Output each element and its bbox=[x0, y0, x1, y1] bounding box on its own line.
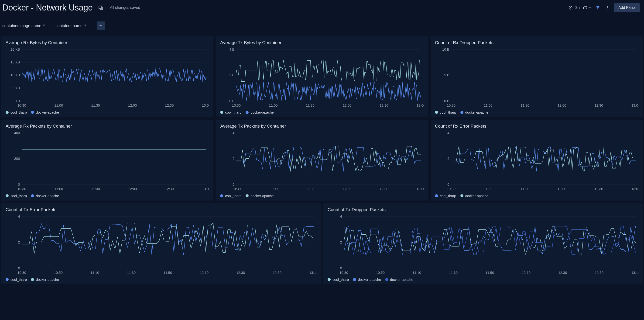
legend-label: docker-apache bbox=[250, 110, 274, 114]
filter-container-name[interactable]: container.name * bbox=[56, 24, 86, 30]
svg-point-3 bbox=[608, 8, 608, 8]
legend-item[interactable]: cool_tharp bbox=[220, 194, 242, 198]
time-range-value: -3h bbox=[574, 5, 580, 10]
legend-item[interactable]: cool_tharp bbox=[6, 110, 27, 114]
legend-label: docker-apache bbox=[358, 277, 381, 281]
svg-text:10 KB: 10 KB bbox=[10, 73, 20, 77]
legend: cool_tharpdocker-apache bbox=[220, 194, 424, 198]
legend-label: docker-apache bbox=[36, 194, 59, 198]
legend-item[interactable]: docker-apache bbox=[246, 194, 274, 198]
svg-text:12:30: 12:30 bbox=[380, 103, 388, 107]
chart-area: 020040010:3011:0011:3012:0012:3013:00 bbox=[6, 131, 209, 191]
legend-item[interactable]: cool_tharp bbox=[220, 110, 242, 114]
panel-count_rx_dropped[interactable]: Count of Rx Dropped Packets0 B5 B10 B10:… bbox=[431, 36, 642, 117]
chart-area: 02410:3010:5011:1011:3011:5012:1012:3012… bbox=[6, 214, 316, 275]
svg-text:13:00: 13:00 bbox=[416, 187, 424, 191]
svg-text:11:00: 11:00 bbox=[484, 187, 492, 191]
panel-count_tx_error[interactable]: Count of Tx Error Packets02410:3010:5011… bbox=[2, 203, 320, 284]
panel-avg_tx_packets[interactable]: Average Tx Packets by Container02410:301… bbox=[216, 120, 428, 201]
svg-text:11:00: 11:00 bbox=[54, 103, 63, 107]
legend-swatch bbox=[460, 194, 464, 197]
legend-swatch bbox=[328, 278, 330, 281]
panel-avg_tx_bytes[interactable]: Average Tx Bytes by Container0 B2 B4 B10… bbox=[216, 36, 428, 117]
legend-item[interactable]: docker-apache bbox=[31, 110, 59, 114]
legend-swatch bbox=[6, 194, 8, 197]
legend-swatch bbox=[220, 111, 223, 114]
refresh-button[interactable] bbox=[583, 6, 591, 10]
legend-item[interactable]: docker-apache bbox=[460, 194, 488, 198]
legend-swatch bbox=[31, 111, 34, 114]
svg-text:0: 0 bbox=[447, 182, 449, 186]
legend-item[interactable]: docker-apache bbox=[460, 110, 488, 114]
panel-title: Average Rx Bytes by Container bbox=[6, 40, 209, 45]
svg-text:10:30: 10:30 bbox=[18, 270, 26, 274]
filter-icon[interactable] bbox=[594, 5, 601, 11]
time-range-picker[interactable]: -3h bbox=[568, 5, 580, 10]
panel-count_rx_error[interactable]: Count of Rx Error Packets02410:3011:0011… bbox=[431, 120, 642, 201]
panel-title: Count of Tx Dropped Packets bbox=[328, 207, 638, 212]
svg-text:11:30: 11:30 bbox=[91, 103, 100, 107]
legend-item[interactable]: docker-apache bbox=[246, 110, 274, 114]
svg-text:12:10: 12:10 bbox=[522, 270, 530, 274]
legend-item[interactable]: docker-apache bbox=[353, 277, 381, 281]
svg-text:11:00: 11:00 bbox=[269, 187, 278, 191]
svg-text:13:00: 13:00 bbox=[631, 103, 638, 107]
svg-point-2 bbox=[608, 6, 608, 7]
legend-item[interactable]: cool_tharp bbox=[6, 194, 27, 198]
svg-text:11:50: 11:50 bbox=[485, 270, 494, 274]
svg-text:10:50: 10:50 bbox=[54, 270, 63, 274]
svg-text:10:30: 10:30 bbox=[18, 103, 26, 107]
panel-title: Count of Rx Error Packets bbox=[435, 124, 638, 129]
add-filter-button[interactable]: + bbox=[97, 22, 105, 30]
legend-item[interactable]: docker-apache bbox=[31, 277, 59, 281]
legend-label: cool_tharp bbox=[332, 277, 349, 281]
svg-text:4 B: 4 B bbox=[230, 47, 235, 51]
svg-text:2: 2 bbox=[340, 240, 342, 244]
svg-text:0 B: 0 B bbox=[230, 99, 235, 103]
panel-grid-3col: Average Rx Bytes by Container0 B5 KB10 K… bbox=[0, 36, 644, 201]
svg-rect-0 bbox=[99, 6, 102, 9]
panel-avg_rx_bytes[interactable]: Average Rx Bytes by Container0 B5 KB10 K… bbox=[2, 36, 213, 117]
svg-text:0 B: 0 B bbox=[444, 99, 449, 103]
svg-text:13:10: 13:10 bbox=[309, 270, 316, 274]
legend-item[interactable]: cool_tharp bbox=[6, 277, 27, 281]
chart-area: 0 B5 KB10 KB15 KB20 KB10:3011:0011:3012:… bbox=[6, 47, 209, 108]
legend: cool_tharpdocker-apache bbox=[6, 110, 209, 114]
legend-swatch bbox=[353, 278, 356, 281]
legend-label: cool_tharp bbox=[225, 194, 242, 198]
legend: cool_tharpdocker-apache bbox=[6, 194, 209, 198]
svg-text:11:00: 11:00 bbox=[54, 187, 63, 191]
chart-area: 0 B5 B10 B10:3011:0011:3012:0012:3013:00 bbox=[435, 47, 638, 108]
panel-avg_rx_packets[interactable]: Average Rx Packets by Container020040010… bbox=[2, 120, 213, 201]
svg-text:12:10: 12:10 bbox=[200, 270, 208, 274]
legend-label: cool_tharp bbox=[10, 277, 27, 281]
svg-text:10 B: 10 B bbox=[442, 47, 450, 51]
svg-text:11:50: 11:50 bbox=[163, 270, 172, 274]
legend-item[interactable]: cool_tharp bbox=[328, 277, 349, 281]
legend-item[interactable]: cool_tharp bbox=[435, 194, 456, 198]
svg-text:0: 0 bbox=[18, 182, 20, 186]
svg-text:10:30: 10:30 bbox=[447, 103, 455, 107]
svg-text:11:30: 11:30 bbox=[520, 187, 529, 191]
panel-count_tx_dropped[interactable]: Count of Tx Dropped Packets02410:3010:50… bbox=[324, 203, 642, 284]
filter-value: * bbox=[43, 24, 45, 28]
legend-item[interactable]: docker-apache bbox=[31, 194, 59, 198]
legend: cool_tharpdocker-apache bbox=[6, 277, 316, 281]
svg-text:4: 4 bbox=[233, 131, 235, 135]
svg-text:0: 0 bbox=[18, 266, 20, 270]
legend-label: docker-apache bbox=[36, 277, 59, 281]
legend-swatch bbox=[6, 111, 8, 114]
legend-item[interactable]: cool_tharp bbox=[435, 110, 456, 114]
legend-swatch bbox=[6, 278, 8, 281]
legend-swatch bbox=[460, 111, 464, 114]
share-icon[interactable] bbox=[98, 5, 104, 11]
legend: cool_tharpdocker-apachedocker-apache bbox=[328, 277, 638, 281]
svg-text:11:10: 11:10 bbox=[90, 270, 99, 274]
filter-container-image-name[interactable]: container.image.name * bbox=[2, 24, 45, 30]
add-panel-button[interactable]: Add Panel bbox=[614, 3, 640, 12]
legend-item[interactable]: docker-apache bbox=[385, 277, 413, 281]
svg-text:11:00: 11:00 bbox=[484, 103, 492, 107]
legend-label: cool_tharp bbox=[440, 194, 456, 198]
more-menu-icon[interactable] bbox=[604, 5, 611, 11]
legend-swatch bbox=[31, 194, 34, 197]
